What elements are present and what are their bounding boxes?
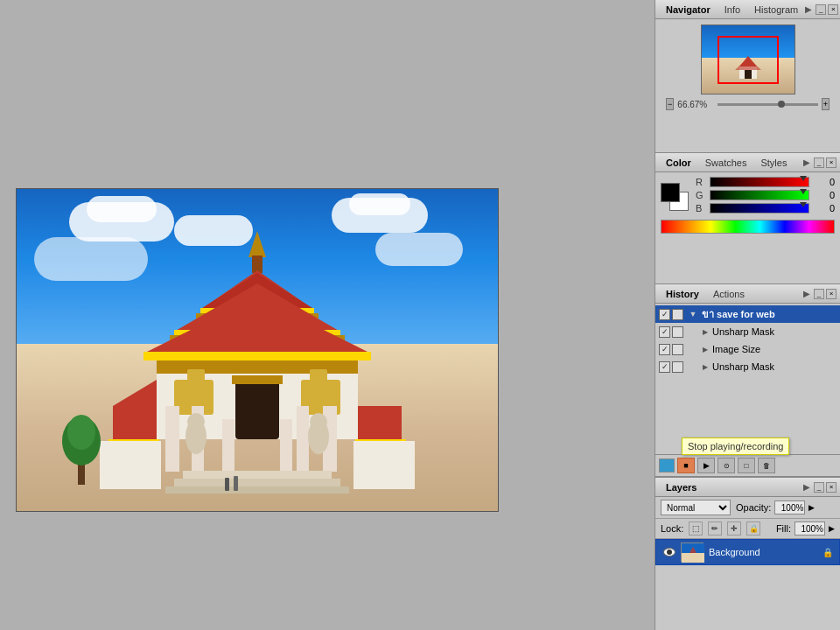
tab-styles[interactable]: Styles bbox=[753, 156, 794, 170]
right-panel: Navigator Info Histogram ▶ _ × bbox=[654, 0, 840, 630]
b-slider[interactable] bbox=[710, 203, 809, 214]
navigator-close[interactable]: × bbox=[828, 4, 838, 15]
tab-navigator[interactable]: Navigator bbox=[659, 3, 718, 17]
zoom-slider-thumb[interactable] bbox=[778, 101, 785, 108]
svg-marker-32 bbox=[113, 380, 157, 441]
navigator-minimize[interactable]: _ bbox=[816, 4, 826, 15]
svg-rect-14 bbox=[157, 360, 358, 374]
spectrum-bar[interactable] bbox=[661, 220, 835, 234]
history-header: History Actions ▶ _ × bbox=[655, 284, 840, 304]
history-minimize[interactable]: _ bbox=[814, 289, 824, 299]
r-label: R bbox=[696, 177, 706, 187]
action-dialog-4[interactable] bbox=[672, 361, 683, 373]
svg-rect-23 bbox=[222, 419, 234, 472]
zoom-slider[interactable] bbox=[718, 103, 817, 106]
svg-rect-41 bbox=[225, 478, 229, 491]
svg-rect-12 bbox=[235, 380, 279, 439]
svg-rect-13 bbox=[232, 375, 283, 384]
lock-transparent-button[interactable]: ⬚ bbox=[689, 522, 703, 536]
svg-rect-24 bbox=[280, 419, 292, 472]
action-dialog-1[interactable] bbox=[672, 309, 683, 320]
nav-red-box bbox=[718, 36, 779, 84]
action-scrollbar-indicator bbox=[830, 308, 836, 320]
svg-point-40 bbox=[67, 415, 95, 450]
layers-section: Layers ▶ _ × Normal Opacity: ▶ Lock: ⬚ ✏… bbox=[655, 477, 840, 630]
r-slider[interactable] bbox=[710, 177, 809, 187]
b-thumb bbox=[800, 202, 807, 214]
color-minimize[interactable]: _ bbox=[814, 158, 824, 168]
tab-actions[interactable]: Actions bbox=[706, 287, 752, 301]
action-checkbox-3[interactable] bbox=[659, 344, 670, 355]
action-checkbox-1[interactable] bbox=[659, 309, 670, 320]
cloud-5 bbox=[349, 193, 410, 215]
color-panel-menu[interactable]: ▶ bbox=[803, 158, 810, 167]
action-triangle-1[interactable]: ▼ bbox=[687, 308, 699, 320]
tab-history[interactable]: History bbox=[659, 287, 706, 301]
svg-rect-42 bbox=[234, 476, 238, 491]
action-image-size[interactable]: ▶ Image Size bbox=[655, 340, 840, 358]
blend-mode-select[interactable]: Normal bbox=[661, 500, 731, 515]
layers-close[interactable]: × bbox=[826, 482, 836, 493]
record-button[interactable]: ⊙ bbox=[718, 458, 735, 473]
layers-panel-menu[interactable]: ▶ bbox=[803, 482, 810, 492]
lock-position-button[interactable]: ✛ bbox=[727, 522, 741, 536]
navigator-panel-menu[interactable]: ▶ bbox=[805, 4, 812, 14]
tab-color[interactable]: Color bbox=[659, 156, 698, 170]
history-panel-menu[interactable]: ▶ bbox=[803, 289, 810, 298]
action-checkbox-2[interactable] bbox=[659, 326, 670, 338]
zoom-controls: − 66.67% + bbox=[661, 94, 835, 114]
layer-thumbnail bbox=[681, 542, 704, 562]
action-unsharp-2[interactable]: ▶ Unsharp Mask bbox=[655, 358, 840, 375]
action-checkbox-4[interactable] bbox=[659, 361, 670, 373]
action-dialog-2[interactable] bbox=[672, 326, 683, 338]
g-slider[interactable] bbox=[710, 190, 809, 200]
action-play-triangle-3: ▶ bbox=[701, 362, 710, 371]
action-dialog-3[interactable] bbox=[672, 344, 683, 355]
svg-marker-34 bbox=[358, 380, 402, 441]
new-action-button[interactable]: □ bbox=[738, 458, 755, 473]
action-name-unsharp-2: Unsharp Mask bbox=[712, 361, 836, 372]
action-save-for-web[interactable]: ▼ ขา save for web bbox=[655, 305, 840, 323]
svg-rect-21 bbox=[297, 406, 309, 472]
play-action-button[interactable]: ▶ bbox=[697, 458, 715, 473]
canvas-area bbox=[0, 0, 654, 630]
tab-info[interactable]: Info bbox=[718, 3, 747, 17]
hist-color-swatch[interactable] bbox=[659, 458, 675, 472]
delete-action-button[interactable]: 🗑 bbox=[758, 458, 775, 473]
main-image bbox=[16, 188, 499, 512]
g-value: 0 bbox=[813, 190, 835, 200]
action-name-image-size: Image Size bbox=[712, 344, 836, 354]
zoom-out-button[interactable]: − bbox=[666, 98, 674, 110]
svg-marker-9 bbox=[144, 297, 371, 354]
channel-b-row: B 0 bbox=[696, 203, 835, 214]
fill-row: Fill: ▶ bbox=[776, 522, 835, 536]
channel-g-row: G 0 bbox=[696, 190, 835, 200]
foreground-swatch[interactable] bbox=[661, 183, 680, 202]
layer-visibility-toggle[interactable] bbox=[662, 544, 677, 560]
swatch-row: R 0 G 0 B bbox=[661, 177, 835, 216]
fill-arrow[interactable]: ▶ bbox=[829, 524, 835, 533]
opacity-arrow[interactable]: ▶ bbox=[808, 503, 815, 512]
svg-point-29 bbox=[187, 413, 205, 430]
opacity-input[interactable] bbox=[774, 500, 805, 514]
b-label: B bbox=[696, 203, 706, 214]
stop-recording-button[interactable]: ■ bbox=[677, 458, 695, 473]
layers-header: Layers ▶ _ × bbox=[655, 478, 840, 497]
tab-histogram[interactable]: Histogram bbox=[747, 3, 805, 17]
history-close[interactable]: × bbox=[826, 289, 836, 299]
layer-background[interactable]: Background 🔒 bbox=[655, 539, 840, 565]
color-section: Color Swatches Styles ▶ _ × R bbox=[655, 153, 840, 284]
tab-layers[interactable]: Layers bbox=[659, 480, 704, 494]
color-close[interactable]: × bbox=[826, 158, 836, 168]
zoom-in-button[interactable]: + bbox=[822, 98, 830, 110]
action-name-save-for-web: ขา save for web bbox=[702, 306, 830, 322]
temple-svg bbox=[60, 231, 454, 494]
action-unsharp-1[interactable]: ▶ Unsharp Mask bbox=[655, 323, 840, 340]
tab-swatches[interactable]: Swatches bbox=[698, 156, 754, 170]
navigator-header: Navigator Info Histogram ▶ _ × bbox=[655, 0, 840, 19]
lock-image-button[interactable]: ✏ bbox=[708, 522, 722, 536]
fill-input[interactable] bbox=[794, 522, 825, 536]
lock-all-button[interactable]: 🔒 bbox=[746, 522, 760, 536]
layers-minimize[interactable]: _ bbox=[814, 482, 824, 493]
opacity-row: Opacity: ▶ bbox=[736, 500, 815, 514]
